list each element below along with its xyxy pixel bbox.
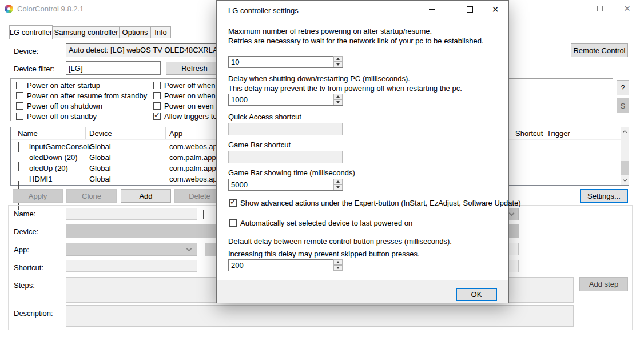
dialog-minimize-button[interactable] bbox=[423, 1, 441, 18]
cell-device: Global bbox=[89, 153, 111, 162]
game-bar-time-spinner[interactable] bbox=[333, 179, 343, 190]
checkbox-label: Power off on standby bbox=[27, 112, 97, 121]
column-header-shortcut[interactable]: Shortcut bbox=[515, 129, 543, 138]
shutdown-delay-spinner[interactable] bbox=[333, 94, 343, 105]
chevron-down-icon bbox=[509, 211, 515, 216]
description-textarea[interactable] bbox=[66, 305, 574, 327]
device-filter-label: Device filter: bbox=[14, 65, 55, 73]
apply-button[interactable]: Apply bbox=[13, 189, 63, 203]
game-bar-label: Game Bar shortcut bbox=[228, 141, 291, 149]
cell-app: com.webos.app bbox=[169, 142, 221, 151]
button-press-delay-spinner[interactable] bbox=[333, 259, 343, 271]
clone-button[interactable]: Clone bbox=[66, 189, 117, 203]
shortcut-input[interactable] bbox=[66, 260, 197, 272]
checkbox-power-on-startup[interactable]: Power on after startup bbox=[16, 81, 100, 90]
add-step-button[interactable]: Add step bbox=[579, 277, 628, 291]
button-press-delay-input[interactable] bbox=[228, 259, 343, 271]
remote-control-button[interactable]: Remote Control bbox=[571, 43, 628, 57]
help-button[interactable]: ? bbox=[617, 80, 629, 95]
column-header-app[interactable]: App bbox=[169, 129, 182, 138]
scroll-down-icon[interactable] bbox=[621, 176, 629, 185]
column-header-name[interactable]: Name bbox=[18, 129, 38, 138]
app-label: App: bbox=[14, 246, 29, 254]
description-label: Description: bbox=[14, 309, 53, 318]
checkbox-icon bbox=[16, 113, 23, 120]
ok-button[interactable]: OK bbox=[456, 288, 497, 301]
checkbox-auto-select-device[interactable]: Automatically set selected device to las… bbox=[229, 219, 412, 227]
checkbox-show-advanced[interactable]: Show advanced actions under the Expert-b… bbox=[229, 199, 521, 207]
tab-samsung-controller[interactable]: Samsung controller bbox=[53, 26, 120, 38]
shortcut-label: Shortcut: bbox=[14, 263, 43, 272]
dialog-footer: OK bbox=[217, 280, 508, 303]
checkbox-icon bbox=[229, 219, 237, 227]
name-row-checkbox[interactable] bbox=[203, 210, 204, 219]
tab-options[interactable]: Options bbox=[120, 26, 150, 38]
spin-down-icon[interactable] bbox=[333, 184, 343, 190]
dialog-maximize-button[interactable] bbox=[460, 1, 479, 18]
add-button[interactable]: Add bbox=[121, 189, 171, 203]
close-button[interactable]: × bbox=[614, 0, 640, 17]
steps-label: Steps: bbox=[14, 281, 35, 290]
game-bar-time-label: Game Bar showing time (milliseconds) bbox=[228, 169, 355, 177]
checkbox-label: Power on even aft bbox=[164, 102, 224, 110]
quick-access-shortcut-field[interactable] bbox=[228, 123, 343, 135]
row-checkbox[interactable] bbox=[18, 142, 19, 152]
spin-down-icon[interactable] bbox=[333, 99, 343, 105]
app-dropdown[interactable] bbox=[66, 243, 197, 256]
dialog-close-button[interactable]: × bbox=[486, 1, 505, 18]
checkbox-label: Power off on shutdown bbox=[27, 102, 102, 110]
settings-button[interactable]: Settings... bbox=[580, 189, 628, 203]
checkbox-icon bbox=[16, 92, 23, 99]
checkbox-power-off-when[interactable]: Power off when sc bbox=[153, 81, 225, 90]
column-header-trigger[interactable]: Trigger bbox=[547, 129, 570, 138]
spin-down-icon[interactable] bbox=[333, 265, 343, 271]
checkbox-power-on-even[interactable]: Power on even aft bbox=[153, 102, 224, 110]
tab-info[interactable]: Info bbox=[150, 26, 171, 38]
delay-line2: Increasing this delay may prevent skippe… bbox=[228, 250, 420, 258]
spin-down-icon[interactable] bbox=[333, 62, 343, 67]
spin-up-icon[interactable] bbox=[333, 94, 343, 99]
scrollbar-thumb[interactable] bbox=[621, 161, 629, 175]
shutdown-delay-input[interactable] bbox=[228, 94, 343, 106]
checkbox-power-off-standby[interactable]: Power off on standby bbox=[16, 112, 97, 121]
spin-up-icon[interactable] bbox=[333, 259, 343, 265]
cell-app: com.palm.app. bbox=[169, 164, 218, 172]
column-header-device[interactable]: Device bbox=[89, 129, 112, 138]
spin-up-icon[interactable] bbox=[333, 179, 343, 184]
checkbox-allow-triggers[interactable]: Allow triggers to b bbox=[153, 112, 223, 121]
row-checkbox[interactable] bbox=[18, 162, 19, 171]
cell-name: oledDown (20) bbox=[29, 153, 78, 162]
name-label: Name: bbox=[14, 210, 35, 218]
retries-line2: Retries are necessary to wait for the ne… bbox=[228, 37, 488, 45]
cell-name: HDMI1 bbox=[29, 175, 52, 183]
retries-spinner[interactable] bbox=[333, 56, 343, 67]
checkbox-power-off-shutdown[interactable]: Power off on shutdown bbox=[16, 102, 102, 110]
checkbox-power-on-when[interactable]: Power on when sc bbox=[153, 91, 225, 100]
cell-device: Global bbox=[89, 175, 111, 183]
form-device-label: Device: bbox=[14, 227, 38, 236]
checkbox-label: Allow triggers to b bbox=[164, 112, 223, 121]
table-scrollbar[interactable] bbox=[621, 127, 629, 185]
checkbox-label: Automatically set selected device to las… bbox=[240, 219, 412, 227]
refresh-button[interactable]: Refresh bbox=[166, 62, 223, 75]
scroll-up-icon[interactable] bbox=[621, 127, 629, 137]
cell-name: inputGameConsole bbox=[29, 142, 93, 151]
spin-up-icon[interactable] bbox=[333, 56, 343, 62]
checkbox-power-on-resume[interactable]: Power on after resume from standby bbox=[16, 91, 147, 100]
device-filter-input[interactable] bbox=[66, 61, 161, 75]
game-bar-time-input[interactable] bbox=[228, 179, 343, 191]
minimize-button[interactable] bbox=[559, 0, 585, 17]
device-label: Device: bbox=[14, 47, 38, 55]
checkbox-icon bbox=[153, 82, 161, 89]
colorcontrol-window: ColorControl 9.8.2.1 × LG controller Sam… bbox=[0, 0, 644, 341]
name-input[interactable] bbox=[66, 208, 197, 220]
game-bar-shortcut-field[interactable] bbox=[228, 151, 343, 163]
retries-input[interactable] bbox=[228, 56, 343, 68]
maximize-button[interactable] bbox=[587, 0, 613, 17]
delay-line1: Default delay between remote control but… bbox=[228, 237, 452, 246]
cell-app: com.palm.app. bbox=[169, 153, 218, 162]
checkbox-label: Power on after resume from standby bbox=[27, 91, 147, 100]
checkbox-icon bbox=[16, 82, 23, 89]
tab-lg-controller[interactable]: LG controller bbox=[9, 25, 53, 39]
screensaver-button[interactable]: S bbox=[617, 98, 629, 113]
